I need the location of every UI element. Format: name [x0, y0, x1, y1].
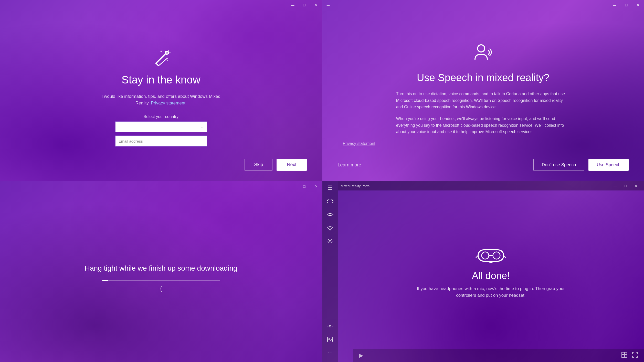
svg-rect-26 — [625, 355, 627, 357]
sidebar-settings-icon[interactable] — [322, 235, 338, 248]
q1-window: — □ ✕ Stay in the know — [0, 0, 322, 181]
sidebar-more-icon[interactable]: ⋯ — [322, 346, 338, 359]
sidebar-gallery-icon[interactable] — [322, 333, 338, 346]
sidebar-wifi-icon[interactable] — [322, 221, 338, 235]
q4-layout-icon[interactable] — [621, 352, 627, 359]
q4-done-title: All done! — [472, 270, 510, 281]
q4-bottom-bar: ▶ — [353, 349, 644, 362]
q2-action-buttons: Learn more Don't use Speech Use Speech — [338, 159, 629, 171]
q3-progress-indicator: { — [160, 285, 162, 292]
svg-point-18 — [482, 252, 489, 259]
svg-rect-15 — [328, 337, 333, 342]
q4-close-button[interactable]: ✕ — [631, 182, 641, 190]
q3-window-chrome: — □ ✕ — [0, 181, 322, 191]
q2-close-button[interactable]: ✕ — [632, 1, 644, 9]
q1-next-button[interactable]: Next — [277, 159, 307, 171]
q4-window: ☰ — [322, 181, 644, 362]
q4-maximize-button[interactable]: □ — [620, 182, 631, 190]
q2-body-text-2: When you're using your headset, we'll al… — [396, 115, 570, 135]
svg-point-14 — [329, 325, 331, 327]
q2-window: ← — □ ✕ Use Speech in mixed reality? Tur… — [322, 0, 644, 181]
svg-point-12 — [330, 230, 330, 231]
q3-content-area: Hang tight while we finish up some downl… — [0, 194, 322, 362]
q2-right-buttons: Don't use Speech Use Speech — [533, 159, 629, 171]
svg-point-4 — [160, 51, 162, 52]
svg-rect-23 — [622, 352, 624, 355]
svg-line-1 — [156, 63, 159, 66]
sidebar-eye-icon[interactable] — [322, 208, 338, 221]
q4-done-description: If you have headphones with a mic, now's… — [414, 285, 568, 299]
q3-minimize-button[interactable]: — — [287, 182, 299, 190]
svg-point-8 — [478, 45, 485, 52]
q1-title: Stay in the know — [122, 74, 200, 86]
q2-maximize-button[interactable]: □ — [620, 1, 632, 9]
q3-title: Hang tight while we finish up some downl… — [85, 264, 237, 272]
q1-privacy-link[interactable]: Privacy statement. — [151, 101, 187, 105]
svg-point-13 — [329, 240, 331, 242]
q4-titlebar-buttons: — □ ✕ — [610, 182, 641, 190]
q4-minimize-button[interactable]: — — [610, 182, 620, 190]
q1-description: I would like information, tips, and offe… — [100, 93, 223, 106]
q1-email-input[interactable] — [115, 135, 207, 147]
q2-window-chrome: — □ ✕ — [322, 0, 644, 10]
svg-rect-24 — [625, 352, 627, 355]
q4-window-title: Mixed Reality Portal — [341, 184, 610, 188]
q2-title: Use Speech in mixed reality? — [417, 72, 550, 83]
q2-use-speech-button[interactable]: Use Speech — [588, 159, 629, 171]
q3-progress-fill — [102, 280, 108, 281]
q1-action-buttons: Skip Next — [245, 159, 307, 171]
q3-window: — □ ✕ Hang tight while we finish up some… — [0, 181, 322, 362]
svg-point-11 — [329, 214, 331, 216]
q2-dont-speech-button[interactable]: Don't use Speech — [533, 159, 585, 171]
q1-minimize-button[interactable]: — — [287, 1, 299, 9]
q2-body-text-1: Turn this on to use dictation, voice com… — [396, 91, 570, 110]
q1-maximize-button[interactable]: □ — [299, 1, 310, 9]
q2-learn-more-button[interactable]: Learn more — [338, 159, 361, 171]
q4-titlebar: Mixed Reality Portal — □ ✕ — [338, 181, 644, 190]
q4-center-content: All done! If you have headphones with a … — [414, 245, 568, 299]
q4-sidebar: ☰ — [322, 181, 338, 362]
q1-close-button[interactable]: ✕ — [310, 1, 322, 9]
q3-maximize-button[interactable]: □ — [299, 182, 310, 190]
vr-headset-icon — [476, 245, 506, 265]
megaphone-icon — [151, 47, 171, 69]
svg-point-19 — [493, 252, 500, 259]
q2-minimize-button[interactable]: — — [609, 1, 620, 9]
q4-expand-icon[interactable] — [632, 352, 638, 359]
q4-sidebar-bottom: ⋯ — [322, 320, 338, 359]
q1-country-select-wrapper: United States United Kingdom Canada ⌄ — [115, 121, 207, 132]
q1-window-chrome: — □ ✕ — [0, 0, 322, 10]
svg-point-16 — [328, 338, 329, 339]
sidebar-bottom-settings-icon[interactable] — [322, 320, 338, 333]
svg-rect-25 — [622, 355, 624, 357]
q4-main-area: Mixed Reality Portal — □ ✕ — [338, 181, 644, 362]
q1-select-label: Select your country — [143, 114, 178, 119]
sidebar-menu-icon[interactable]: ☰ — [322, 181, 338, 195]
q1-content-area: Stay in the know I would like informatio… — [0, 13, 322, 181]
q2-content-area: Use Speech in mixed reality? Turn this o… — [322, 13, 644, 181]
q1-country-select[interactable]: United States United Kingdom Canada — [115, 121, 207, 132]
q4-play-icon[interactable]: ▶ — [359, 352, 363, 358]
q2-privacy-link[interactable]: Privacy statement — [343, 141, 375, 146]
q3-progress-bar — [102, 280, 220, 281]
svg-line-0 — [156, 53, 166, 63]
speech-icon — [470, 43, 496, 67]
sidebar-headset-icon[interactable] — [322, 195, 338, 208]
svg-point-5 — [167, 60, 168, 61]
q1-skip-button[interactable]: Skip — [245, 159, 272, 171]
q3-close-button[interactable]: ✕ — [310, 182, 322, 190]
